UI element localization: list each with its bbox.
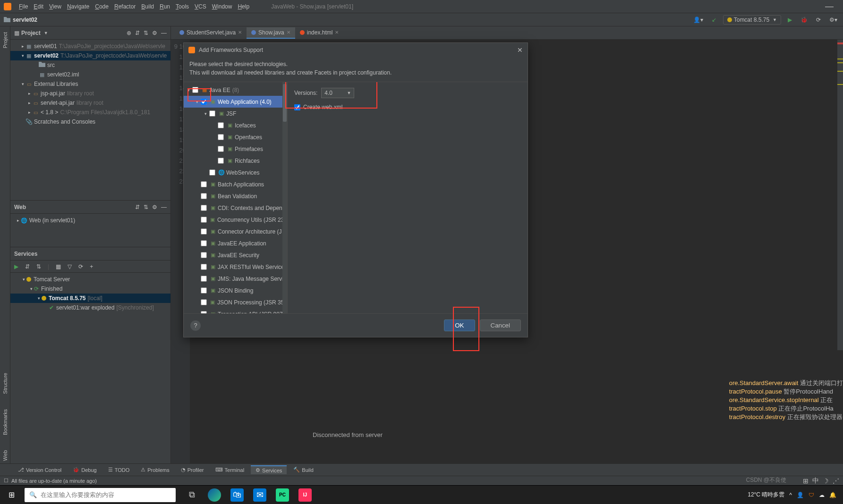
framework-item[interactable]: ▣JSON Binding <box>184 285 287 296</box>
start-button[interactable]: ⊞ <box>0 486 23 504</box>
chevron-down-icon[interactable]: ▼ <box>44 31 48 35</box>
collapse-icon[interactable]: ⇅ <box>144 204 148 210</box>
minimize-button[interactable]: — <box>819 1 839 11</box>
project-tree-item[interactable]: ▸< 1.8 >C:\Program Files\Java\jdk1.8.0_1… <box>10 108 170 117</box>
user-icon[interactable]: 👤▾ <box>691 16 705 24</box>
close-icon[interactable]: ✕ <box>517 46 523 54</box>
framework-item[interactable]: ▣JSON Processing (JSR 353 <box>184 296 287 308</box>
services-tree-item[interactable]: ▾Tomcat Server <box>10 275 170 284</box>
tray-security-icon[interactable]: 🛡 <box>809 492 814 498</box>
editor-tab[interactable]: StudentServlet.java✕ <box>175 27 247 39</box>
tray-chevron-icon[interactable]: ^ <box>789 492 792 498</box>
framework-checkbox[interactable] <box>192 87 198 93</box>
toolwin-tab-debug[interactable]: 🐞Debug <box>68 466 101 474</box>
expand-icon[interactable]: ⇵ <box>135 30 140 36</box>
taskbar-search[interactable]: 🔍 在这里输入你要搜索的内容 <box>25 488 176 502</box>
framework-item[interactable]: ▾▣JSF <box>184 108 287 119</box>
framework-checkbox[interactable] <box>201 287 207 294</box>
menu-refactor[interactable]: Refactor <box>111 2 138 11</box>
gear-icon[interactable]: ⚙ <box>152 204 157 210</box>
framework-item[interactable]: ▣Concurrency Utils (JSR 236 <box>184 214 287 226</box>
toolwin-tab-todo[interactable]: ☰TODO <box>103 466 135 474</box>
gutter-tab-structure[interactable]: Structure <box>1 370 9 397</box>
services-tree-item[interactable]: ▾Tomcat 8.5.75 [local] <box>10 294 170 303</box>
services-tool-icon[interactable]: ⇅ <box>36 263 41 270</box>
framework-checkbox[interactable] <box>201 311 207 313</box>
services-tool-icon[interactable]: ▦ <box>56 263 61 270</box>
intellij-icon[interactable]: IJ <box>298 488 312 502</box>
task-view-icon[interactable]: ⧉ <box>185 488 198 502</box>
framework-checkbox[interactable] <box>201 228 207 235</box>
framework-checkbox[interactable] <box>201 181 207 187</box>
framework-item[interactable]: ▣Bean Validation <box>184 190 287 202</box>
vcs-update-icon[interactable]: ↙ <box>710 16 718 24</box>
versions-select[interactable]: 4.0 ▼ <box>321 88 354 98</box>
menu-navigate[interactable]: Navigate <box>64 2 92 11</box>
services-filter-icon[interactable]: ▽ <box>68 263 72 270</box>
project-tree-item[interactable]: 📎Scratches and Consoles <box>10 117 170 126</box>
frameworks-tree[interactable]: ▾▦Java EE(8)▾▣Web Application (4.0)▾▣JSF… <box>184 82 288 313</box>
project-tree-item[interactable]: ▸servlet-api.jarlibrary root <box>10 98 170 108</box>
framework-item[interactable]: ▣Connector Architecture (J <box>184 226 287 237</box>
framework-checkbox[interactable] <box>218 134 224 140</box>
dialog-titlebar[interactable]: Add Frameworks Support ✕ <box>184 43 528 57</box>
menu-window[interactable]: Window <box>209 2 235 11</box>
editor-tab[interactable]: index.html✕ <box>295 27 344 39</box>
framework-checkbox[interactable] <box>201 240 207 246</box>
editor-tab[interactable]: Show.java✕ <box>247 27 295 39</box>
framework-item[interactable]: ▾▦Java EE(8) <box>184 84 287 96</box>
framework-item[interactable]: WebServices <box>184 167 287 178</box>
close-icon[interactable]: ✕ <box>335 30 339 35</box>
breadcrumb[interactable]: servlet02 <box>13 17 37 23</box>
toolwin-tab-build[interactable]: 🔨Build <box>289 466 318 474</box>
ok-button[interactable]: OK <box>444 319 475 331</box>
framework-checkbox[interactable] <box>218 122 224 128</box>
project-tree-item[interactable]: ▸servlet01T:\JavaPoJie_projectcode\JavaW… <box>10 42 170 51</box>
scrollbar[interactable] <box>282 82 287 313</box>
framework-checkbox[interactable] <box>201 299 207 305</box>
framework-checkbox[interactable] <box>201 264 207 270</box>
toolwin-tab-version-control[interactable]: ⎇Version Control <box>13 466 66 474</box>
run-config-select[interactable]: Tomcat 8.5.75 ▼ <box>723 15 781 25</box>
toolwin-tab-problems[interactable]: ⚠Problems <box>136 466 174 474</box>
store-icon[interactable]: 🛍 <box>230 488 244 502</box>
framework-item[interactable]: ▣Batch Applications <box>184 178 287 190</box>
menu-build[interactable]: Build <box>138 2 157 11</box>
framework-item[interactable]: ▣CDI: Contexts and Depenc <box>184 202 287 214</box>
services-output[interactable]: ore.StandardServer.await 通过关闭端口打tractPro… <box>218 350 843 463</box>
services-tool-icon[interactable]: ⇵ <box>25 263 30 270</box>
menu-view[interactable]: View <box>46 2 64 11</box>
framework-item[interactable]: ▣JMS: Java Message Servic <box>184 273 287 285</box>
ide-notify-icon[interactable]: ⊞ <box>803 477 809 485</box>
hide-icon[interactable]: — <box>161 204 167 210</box>
framework-item[interactable]: ▾▣Web Application (4.0) <box>184 96 287 108</box>
framework-checkbox[interactable] <box>218 158 224 164</box>
edge-icon[interactable] <box>208 488 221 502</box>
framework-item[interactable]: ▣Transaction API (JSR 907) <box>184 308 287 313</box>
services-tree[interactable]: ▾Tomcat Server▾⟳Finished▾Tomcat 8.5.75 [… <box>10 273 170 463</box>
tray-more-icon[interactable]: 🔔 <box>829 492 836 498</box>
run-button[interactable]: ▶ <box>786 16 794 24</box>
framework-checkbox[interactable] <box>209 110 215 117</box>
framework-checkbox[interactable] <box>201 276 207 282</box>
menu-code[interactable]: Code <box>92 2 111 11</box>
menu-help[interactable]: Help <box>235 2 252 11</box>
framework-checkbox[interactable] <box>201 252 207 258</box>
framework-checkbox[interactable] <box>218 146 224 152</box>
locate-icon[interactable]: ⊕ <box>127 30 131 36</box>
weather-widget[interactable]: 12°C 晴時多雲 <box>748 491 784 499</box>
menu-run[interactable]: Run <box>157 2 173 11</box>
moon-icon[interactable]: ☽ <box>823 477 829 485</box>
tray-people-icon[interactable]: 👤 <box>797 492 804 498</box>
coverage-button[interactable]: ⟳ <box>814 16 823 24</box>
project-tree-item[interactable]: src <box>10 60 170 70</box>
services-tool-icon[interactable]: ⟳ <box>78 263 83 270</box>
project-tree[interactable]: ▸servlet01T:\JavaPoJie_projectcode\JavaW… <box>10 40 170 200</box>
tray-cloud-icon[interactable]: ☁ <box>819 492 825 498</box>
toolwin-tab-services[interactable]: ⚙Services <box>251 465 287 474</box>
framework-checkbox[interactable] <box>201 193 207 199</box>
framework-checkbox[interactable] <box>201 217 207 223</box>
gutter-tab-project[interactable]: Project <box>1 29 9 51</box>
gear-icon[interactable]: ⚙ <box>152 30 157 36</box>
framework-item[interactable]: ▣Richfaces <box>184 155 287 167</box>
